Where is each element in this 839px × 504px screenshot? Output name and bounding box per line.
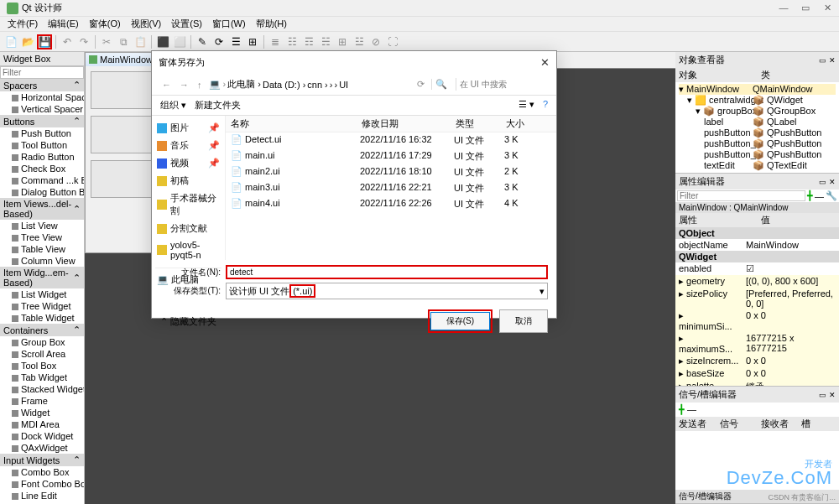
widget-item[interactable]: Column View (0, 255, 84, 267)
layout-v-icon[interactable]: ☷ (284, 34, 300, 49)
sig-remove-icon[interactable]: — (687, 404, 696, 414)
widget-item[interactable]: Dialog Button Box (0, 186, 84, 198)
help-icon[interactable]: ? (543, 99, 548, 112)
file-row[interactable]: 📄 main.ui2022/11/16 17:29UI 文件3 K (226, 148, 556, 164)
organize-button[interactable]: 组织 ▾ (160, 99, 186, 112)
widget-item[interactable]: MDI Area (0, 418, 84, 430)
property-row[interactable]: ▸ maximumS...16777215 x 16777215 (675, 332, 839, 355)
widget-item[interactable]: Frame (0, 395, 84, 407)
widget-item[interactable]: Tool Button (0, 139, 84, 151)
maximize-button[interactable]: ▭ (800, 3, 810, 13)
widget-item[interactable]: Table View (0, 243, 84, 255)
widget-item[interactable]: Radio Button (0, 151, 84, 163)
config-icon[interactable]: 🔧 (826, 190, 837, 201)
breadcrumb-segment[interactable]: › (330, 80, 333, 90)
widget-item[interactable]: Combo Box (0, 466, 84, 478)
widget-item[interactable]: Check Box (0, 163, 84, 174)
menu-item[interactable]: 视图(V) (127, 16, 166, 32)
sidebar-item[interactable]: 音乐📌 (155, 137, 221, 154)
dialog-search-input[interactable] (456, 78, 548, 91)
edit-signals-icon[interactable]: ⟳ (211, 34, 227, 49)
widget-item[interactable]: Widget (0, 407, 84, 418)
file-list[interactable]: 名称修改日期类型大小 📄 Detect.ui2022/11/16 16:32UI… (226, 116, 556, 260)
sidebar-item[interactable]: yolov5-pyqt5-n (155, 237, 221, 262)
menu-item[interactable]: 文件(F) (3, 16, 42, 32)
object-tree-row[interactable]: textEdit📦 QTextEdit (679, 160, 836, 171)
dialog-close-icon[interactable]: ✕ (540, 56, 550, 69)
breadcrumb[interactable]: 💻 › 此电脑 › Data (D:) › cnn › › › UI (209, 78, 411, 91)
layout-form-icon[interactable]: ☳ (352, 34, 367, 49)
property-table[interactable]: QObjectobjectNameMainWindowQWidgetenable… (675, 227, 839, 386)
breadcrumb-segment[interactable]: Data (D:) › (263, 80, 305, 90)
property-row[interactable]: ▸ palette继承 (675, 380, 839, 386)
dialog-sidebar[interactable]: 图片📌音乐📌视频📌初稿手术器械分割分割文献yolov5-pyqt5-n💻 此电脑 (152, 116, 226, 260)
widget-category[interactable]: Containers⌃ (0, 324, 84, 336)
property-row[interactable]: ▸ minimumSi...0 x 0 (675, 309, 839, 332)
view-icon[interactable]: ☰ ▾ (519, 99, 534, 112)
property-row[interactable]: ▸ sizePolicy[Preferred, Preferred, 0, 0] (675, 288, 839, 309)
sidebar-item[interactable]: 分割文献 (155, 220, 221, 237)
breadcrumb-segment[interactable]: UI (339, 80, 348, 90)
save-button[interactable]: 保存(S) (430, 312, 490, 330)
widget-item[interactable]: Tool Box (0, 360, 84, 372)
sidebar-item[interactable]: 图片📌 (155, 119, 221, 137)
property-row[interactable]: ▸ baseSize0 x 0 (675, 367, 839, 380)
file-row[interactable]: 📄 main2.ui2022/11/16 18:10UI 文件2 K (226, 164, 556, 180)
widget-item[interactable]: Group Box (0, 336, 84, 348)
object-tree-row[interactable]: ▾ 🟨 centralwidget📦 QWidget (679, 95, 836, 106)
object-tree-row[interactable]: pushButton_2📦 QPushButton (679, 138, 836, 149)
widget-category[interactable]: Input Widgets⌃ (0, 454, 84, 466)
undo-icon[interactable]: ↶ (60, 34, 75, 49)
layout-grid-icon[interactable]: ⊞ (335, 34, 350, 49)
collapse-icon[interactable]: ▭ ✕ (819, 56, 836, 65)
widget-item[interactable]: Table Widget (0, 312, 84, 324)
edit-widgets-icon[interactable]: ✎ (195, 34, 210, 49)
close-button[interactable]: ✕ (822, 3, 832, 13)
edit-tabs-icon[interactable]: ⊞ (245, 34, 260, 49)
widget-item[interactable]: Stacked Widget (0, 383, 84, 395)
widget-item[interactable]: Command ...k Button (0, 174, 84, 186)
cut-icon[interactable]: ✂ (99, 34, 114, 49)
object-tree-row[interactable]: ▾ 📦 groupBox📦 QGroupBox (679, 106, 836, 117)
copy-icon[interactable]: ⧉ (116, 34, 131, 49)
sidebar-item[interactable]: 手术器械分割 (155, 190, 221, 220)
file-row[interactable]: 📄 main3.ui2022/11/16 22:21UI 文件3 K (226, 180, 556, 196)
widget-item[interactable]: Vertical Spacer (0, 103, 84, 115)
widget-item[interactable]: Line Edit (0, 490, 84, 501)
object-tree-row[interactable]: pushButton📦 QPushButton (679, 127, 836, 138)
menu-item[interactable]: 编辑(E) (44, 16, 83, 32)
sidebar-item[interactable]: 视频📌 (155, 154, 221, 172)
widget-category[interactable]: Item Widg...em-Based)⌃ (0, 267, 84, 288)
widget-category[interactable]: Buttons⌃ (0, 115, 84, 127)
menu-item[interactable]: 帮助(H) (252, 16, 291, 32)
widget-filter-input[interactable] (0, 66, 84, 79)
widget-item[interactable]: QAxWidget (0, 442, 84, 454)
nav-refresh-icon[interactable]: ⟳ (415, 77, 426, 91)
widget-category[interactable]: Item Views...del-Based)⌃ (0, 198, 84, 220)
property-row[interactable]: ▸ sizeIncrem...0 x 0 (675, 355, 839, 367)
paste-icon[interactable]: 📋 (133, 34, 148, 49)
save-icon[interactable]: 💾 (37, 34, 52, 49)
breadcrumb-segment[interactable]: cnn › (307, 80, 327, 90)
add-icon[interactable]: ╋ (807, 190, 813, 201)
cancel-button[interactable]: 取消 (499, 309, 548, 333)
breadcrumb-segment[interactable]: 此电脑 › (227, 78, 261, 91)
collapse-icon[interactable]: ▭ ✕ (819, 391, 836, 399)
widget-item[interactable]: List Widget (0, 288, 84, 300)
widget-tree[interactable]: Spacers⌃Horizontal SpacerVertical Spacer… (0, 79, 84, 504)
new-file-icon[interactable]: 📄 (3, 34, 18, 49)
adjust-size-icon[interactable]: ⛶ (385, 34, 400, 49)
property-row[interactable]: ▸ geometry[(0, 0), 800 x 600] (675, 275, 839, 288)
sig-add-icon[interactable]: ╋ (679, 404, 685, 414)
layout-hs-icon[interactable]: ☶ (301, 34, 316, 49)
widget-item[interactable]: Tab Widget (0, 372, 84, 383)
collapse-icon[interactable]: ▭ ✕ (819, 178, 836, 186)
filetype-select[interactable]: 设计师 UI 文件 (*.ui) ▾ (226, 283, 548, 299)
property-row[interactable]: objectNameMainWindow (675, 239, 839, 251)
remove-icon[interactable]: — (815, 191, 824, 201)
nav-forward-icon[interactable]: → (178, 78, 190, 91)
widget-item[interactable]: Push Button (0, 127, 84, 139)
widget-item[interactable]: Dock Widget (0, 430, 84, 442)
breadcrumb-segment[interactable]: › (334, 80, 337, 90)
widget-item[interactable]: Tree View (0, 231, 84, 243)
